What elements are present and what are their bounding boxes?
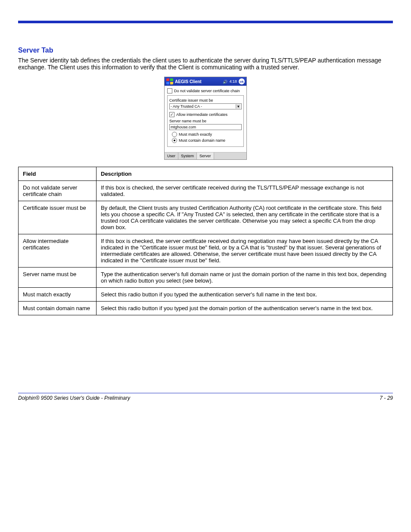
td-field: Must match exactly [19,288,97,302]
must-match-label: Must match exactly [179,132,212,137]
ok-button[interactable]: ok [239,78,245,84]
tab-system[interactable]: System [178,152,197,159]
td-desc: If this box is checked, the server certi… [97,234,393,268]
page-footer: Dolphin® 9500 Series User's Guide - Prel… [18,393,393,401]
table-row: Allow intermediate certificates If this … [19,234,393,268]
table-header-row: Field Description [19,167,393,181]
td-field: Do not validate server certificate chain [19,181,97,201]
footer-page-number: 7 - 29 [380,395,393,401]
window-title: AEGIS Client [175,79,221,84]
tab-user[interactable]: User [165,152,178,159]
th-desc: Description [97,167,393,181]
section-intro: The Server identity tab defines the cred… [18,57,393,71]
field-description-table: Field Description Do not validate server… [18,167,393,315]
td-desc: By default, the Client trusts any truste… [97,201,393,234]
do-not-validate-label: Do not validate server certificate chain [174,89,240,93]
header-rule [18,21,393,23]
tab-server[interactable]: Server [197,152,214,159]
issuer-label: Certificate issuer must be [169,98,242,103]
checkbox-icon [167,88,172,93]
chevron-down-icon: ▾ [236,104,240,109]
table-row: Must match exactly Select this radio but… [19,288,393,302]
speaker-icon [223,79,227,84]
must-match-radio[interactable]: Must match exactly [172,132,242,137]
server-name-input[interactable]: mtghouse.com [169,124,242,130]
titlebar: AEGIS Client 4:18 ok [165,77,246,86]
td-desc: Select this radio button if you typed th… [97,288,393,302]
table-row: Do not validate server certificate chain… [19,181,393,201]
aegis-window: AEGIS Client 4:18 ok Do not validate ser… [164,77,247,160]
td-desc: Type the authentication server's full do… [97,268,393,288]
td-desc: If this box is checked, the server certi… [97,181,393,201]
clock-time: 4:18 [229,79,237,84]
td-field: Certificate issuer must be [19,201,97,234]
allow-intermediate-label: Allow intermediate certificates [176,112,227,117]
radio-icon [172,132,177,137]
issuer-select[interactable]: - Any Trusted CA - ▾ [169,103,242,109]
section-heading: Server Tab [18,47,393,54]
must-contain-radio[interactable]: Must contain domain name [172,138,242,143]
table-row: Server name must be Type the authenticat… [19,268,393,288]
table-row: Must contain domain name Select this rad… [19,302,393,315]
td-desc: Select this radio button if you typed ju… [97,302,393,315]
th-field: Field [19,167,97,181]
footer-left: Dolphin® 9500 Series User's Guide - Prel… [18,395,130,401]
td-field: Must contain domain name [19,302,97,315]
do-not-validate-checkbox[interactable]: Do not validate server certificate chain [167,88,244,93]
table-row: Certificate issuer must be By default, t… [19,201,393,234]
td-field: Allow intermediate certificates [19,234,97,268]
window-body: Do not validate server certificate chain… [165,86,246,152]
checkbox-icon: ✓ [169,112,174,117]
server-name-label: Server name must be [169,119,242,123]
issuer-select-value: - Any Trusted CA - [171,104,202,109]
allow-intermediate-checkbox[interactable]: ✓ Allow intermediate certificates [169,112,242,117]
td-field: Server name must be [19,268,97,288]
windows-flag-icon [166,78,173,84]
must-contain-label: Must contain domain name [179,138,225,143]
server-name-value: mtghouse.com [171,125,196,129]
radio-icon [172,138,177,143]
tab-bar: User System Server [165,152,246,159]
